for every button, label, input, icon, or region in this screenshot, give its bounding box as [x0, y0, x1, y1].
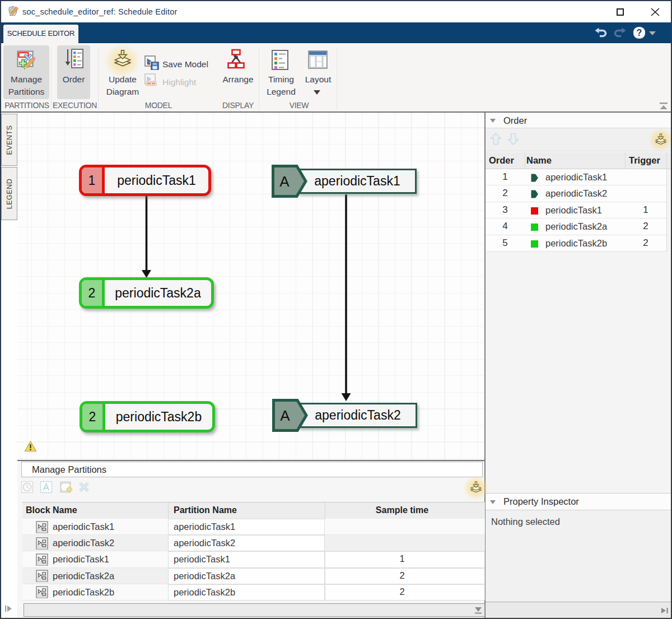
- svg-text:?: ?: [637, 28, 642, 38]
- svg-text:A: A: [279, 173, 290, 190]
- svg-text:A: A: [280, 407, 290, 424]
